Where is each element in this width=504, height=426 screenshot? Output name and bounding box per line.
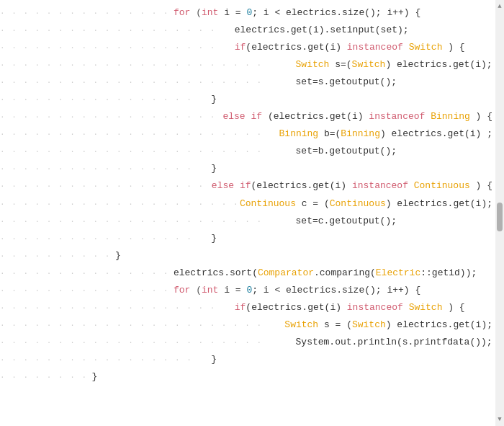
code-token <box>246 111 251 122</box>
code-token: if <box>235 302 246 313</box>
code-token: Continuous <box>414 180 470 191</box>
code-token: int <box>202 285 218 296</box>
code-token: ; i < electrics.size(); i++) { <box>252 285 420 296</box>
line-content: set=s.getoutput(); <box>267 74 492 91</box>
code-token: set=s.getoutput(); <box>296 76 397 87</box>
line-content: for (int i = 0; i < electrics.size(); i+… <box>174 4 492 22</box>
line-content: } <box>197 351 492 368</box>
scrollbar-thumb[interactable] <box>497 203 503 231</box>
code-token: } <box>211 233 217 244</box>
code-line: · · · · · · · · · · · · · · ·electrics.s… <box>0 265 495 282</box>
code-token: if <box>251 111 263 122</box>
code-token: ) { <box>442 302 464 313</box>
line-dots: · · · · · · · · · · · · · · · · · · · · … <box>0 214 267 228</box>
code-token <box>408 180 414 191</box>
code-token: ( <box>190 285 202 296</box>
code-line: · · · · · · · · · · · · · · · · · · · · … <box>0 125 495 143</box>
code-line: · · · · · · · · · · · · · · · · · · · · … <box>0 74 495 91</box>
code-token: for <box>174 285 190 296</box>
line-dots: · · · · · · · · · · · · · · · · · <box>0 161 197 176</box>
code-token: System.out.println(s.printfdata()); <box>296 337 492 347</box>
code-token: s=( <box>329 59 351 70</box>
line-content: Binning b=(Binning) electrics.get(i) ; <box>251 125 492 143</box>
line-dots: · · · · · · · · · · · · · · · <box>0 266 174 280</box>
line-content: } <box>115 247 492 265</box>
code-line: · · · · · · · · · · · · · · · · ·} <box>0 351 495 368</box>
line-content: } <box>92 368 492 386</box>
code-token: Switch <box>352 319 386 330</box>
code-token: (electrics.get(i) <box>262 111 369 122</box>
code-token: if <box>240 180 251 191</box>
code-token: ( <box>190 7 202 18</box>
code-token: ) { <box>470 111 492 122</box>
code-token: ) { <box>442 42 464 53</box>
code-line: · · · · · · · · · · · · · · · · · · · · … <box>0 334 495 351</box>
code-token: ) electrics.get(i); <box>386 198 492 209</box>
scrollbar[interactable]: ▲ ▼ <box>495 0 504 426</box>
code-token: Binning <box>341 128 380 139</box>
line-content: for (int i = 0; i < electrics.size(); i+… <box>174 282 492 299</box>
code-token <box>403 42 409 53</box>
line-content: if(electrics.get(i) instanceof Switch ) … <box>220 299 492 316</box>
code-token: instanceof <box>347 302 403 313</box>
line-dots: · · · · · · · · · · · · · · · · · · · · … <box>0 144 267 159</box>
code-line: · · · · · · · · · · · · · · · · · · ·ele… <box>0 22 495 39</box>
scroll-down-button[interactable]: ▼ <box>495 414 504 425</box>
code-token <box>403 302 409 313</box>
code-token: .comparing( <box>314 267 376 278</box>
line-dots: · · · · · · · · · · · · · · · · · · · · … <box>0 318 256 332</box>
code-token: i = <box>218 7 246 18</box>
code-token: } <box>92 371 98 382</box>
code-token: (electrics.get(i) <box>246 302 346 313</box>
code-token: Switch <box>352 59 386 70</box>
code-content-area[interactable]: · · · · · · · · · · · · · · ·for (int i … <box>0 0 495 426</box>
line-content: } <box>197 91 492 108</box>
code-token: set=c.getoutput(); <box>296 216 397 226</box>
code-token: ) electrics.get(i); <box>386 319 492 330</box>
code-token: instanceof <box>369 111 425 122</box>
code-token: (electrics.get(i) <box>251 180 352 191</box>
code-line: · · · · · · · · · · · · · · · · · · · · … <box>0 316 495 334</box>
line-content: set=c.getoutput(); <box>267 213 492 230</box>
code-token: else <box>212 180 234 191</box>
code-token: Switch <box>284 319 318 330</box>
line-dots: · · · · · · · · · · · · · · · · · · · · … <box>0 197 211 211</box>
code-token: Binning <box>431 111 470 122</box>
line-content: set=b.getoutput(); <box>267 143 492 160</box>
code-token: set=b.getoutput(); <box>296 146 397 156</box>
line-dots: · · · · · · · · · · · · · · · · · · · <box>0 179 197 193</box>
code-token: for <box>174 7 190 18</box>
code-line: · · · · · · · · · · · · · · ·for (int i … <box>0 4 495 22</box>
line-dots: · · · · · · · · · · · · · · · · · · · <box>0 110 208 124</box>
code-token: Electric <box>376 267 420 278</box>
line-content: Continuous c = (Continuous) electrics.ge… <box>211 195 492 213</box>
code-line: · · · · · · · · · · · · · · · · · · · · … <box>0 195 495 213</box>
code-token <box>234 180 240 191</box>
code-token: if <box>235 42 246 53</box>
code-token: electrics.sort( <box>174 267 258 278</box>
code-token: i = <box>218 285 246 296</box>
line-dots: · · · · · · · · <box>0 370 92 384</box>
code-line: · · · · · · · · · · · · · · · · · · · · … <box>0 56 495 74</box>
code-line: · · · · · · · · · · · · · · · · · · · · … <box>0 143 495 160</box>
line-dots: · · · · · · · · · · · · · · · · · <box>0 92 197 107</box>
line-dots: · · · · · · · · · · · · · · · · · · · <box>0 301 220 315</box>
line-dots: · · · · · · · · · · · · · · · · · · · <box>0 40 220 55</box>
line-content: Switch s = (Switch) electrics.get(i); <box>256 316 492 334</box>
scroll-up-button[interactable]: ▲ <box>495 1 504 12</box>
code-token: int <box>202 7 218 18</box>
code-token: Comparator <box>258 267 314 278</box>
code-line: · · · · · · · · · · · · · · · · · · ·if(… <box>0 39 495 56</box>
line-content: } <box>197 230 492 247</box>
code-token: Continuous <box>240 198 296 209</box>
line-dots: · · · · · · · · · · · · · · · · · · · · … <box>0 75 267 89</box>
line-dots: · · · · · · · · · · <box>0 249 115 263</box>
code-line: · · · · · · · · · · · · · · · · · · ·els… <box>0 108 495 125</box>
code-token <box>425 111 431 122</box>
line-content: Switch s=(Switch) electrics.get(i); <box>267 56 492 74</box>
code-token: Continuous <box>330 198 386 209</box>
code-line: · · · · · · · · · · · · · · ·for (int i … <box>0 282 495 299</box>
line-content: if(electrics.get(i) instanceof Switch ) … <box>220 39 492 56</box>
code-token: Switch <box>296 59 330 70</box>
line-dots: · · · · · · · · · · · · · · · <box>0 283 174 298</box>
